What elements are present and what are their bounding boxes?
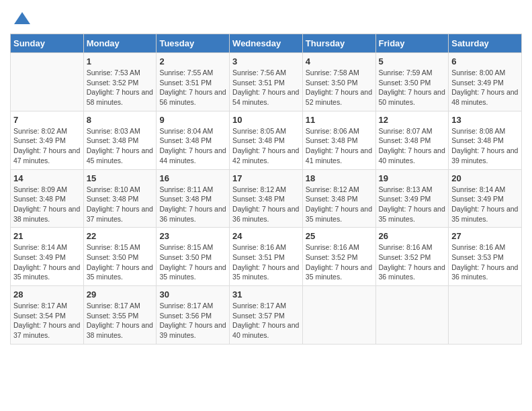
day-number: 3: [232, 56, 300, 66]
calendar-cell: 18Sunrise: 8:12 AM Sunset: 3:48 PM Dayli…: [302, 169, 375, 228]
logo-icon: [13, 9, 32, 28]
day-info: Sunrise: 8:08 AM Sunset: 3:48 PM Dayligh…: [451, 126, 519, 166]
day-info: Sunrise: 8:04 AM Sunset: 3:48 PM Dayligh…: [159, 126, 226, 166]
calendar-cell: [302, 286, 375, 345]
day-info: Sunrise: 8:03 AM Sunset: 3:48 PM Dayligh…: [87, 126, 154, 166]
calendar-cell: 7Sunrise: 8:02 AM Sunset: 3:49 PM Daylig…: [11, 111, 84, 169]
day-number: 14: [13, 173, 81, 183]
calendar-cell: 6Sunrise: 8:00 AM Sunset: 3:49 PM Daylig…: [449, 53, 522, 111]
calendar-cell: [449, 286, 522, 345]
day-info: Sunrise: 7:55 AM Sunset: 3:51 PM Dayligh…: [159, 68, 226, 107]
day-number: 23: [159, 231, 226, 241]
calendar-cell: 26Sunrise: 8:16 AM Sunset: 3:52 PM Dayli…: [375, 228, 449, 286]
weekday-header: Sunday: [11, 34, 84, 53]
day-number: 5: [379, 56, 446, 66]
day-info: Sunrise: 8:16 AM Sunset: 3:52 PM Dayligh…: [306, 242, 373, 282]
page-header: [10, 7, 522, 28]
day-number: 9: [159, 115, 226, 125]
calendar-week-row: 7Sunrise: 8:02 AM Sunset: 3:49 PM Daylig…: [11, 111, 522, 169]
day-number: 12: [379, 115, 446, 125]
calendar-cell: 16Sunrise: 8:11 AM Sunset: 3:48 PM Dayli…: [157, 169, 230, 228]
day-number: 19: [379, 173, 446, 183]
calendar-cell: 21Sunrise: 8:14 AM Sunset: 3:49 PM Dayli…: [11, 228, 84, 286]
calendar-cell: 1Sunrise: 7:53 AM Sunset: 3:52 PM Daylig…: [83, 53, 157, 111]
weekday-header: Thursday: [302, 34, 375, 53]
weekday-header: Saturday: [449, 34, 522, 53]
day-info: Sunrise: 8:11 AM Sunset: 3:48 PM Dayligh…: [159, 185, 226, 224]
day-info: Sunrise: 8:05 AM Sunset: 3:48 PM Dayligh…: [232, 126, 300, 166]
calendar-cell: 28Sunrise: 8:17 AM Sunset: 3:54 PM Dayli…: [11, 286, 84, 345]
day-number: 29: [87, 289, 154, 300]
calendar-week-row: 28Sunrise: 8:17 AM Sunset: 3:54 PM Dayli…: [11, 286, 522, 345]
calendar-table: SundayMondayTuesdayWednesdayThursdayFrid…: [10, 34, 522, 345]
day-number: 4: [306, 56, 373, 66]
calendar-cell: 27Sunrise: 8:16 AM Sunset: 3:53 PM Dayli…: [449, 228, 522, 286]
day-info: Sunrise: 8:10 AM Sunset: 3:48 PM Dayligh…: [87, 185, 154, 224]
calendar-cell: 22Sunrise: 8:15 AM Sunset: 3:50 PM Dayli…: [83, 228, 157, 286]
weekday-header: Monday: [83, 34, 157, 53]
calendar-cell: 8Sunrise: 8:03 AM Sunset: 3:48 PM Daylig…: [83, 111, 157, 169]
day-info: Sunrise: 7:58 AM Sunset: 3:50 PM Dayligh…: [306, 68, 373, 107]
calendar-cell: 30Sunrise: 8:17 AM Sunset: 3:56 PM Dayli…: [157, 286, 230, 345]
calendar-cell: 17Sunrise: 8:12 AM Sunset: 3:48 PM Dayli…: [230, 169, 303, 228]
day-info: Sunrise: 8:16 AM Sunset: 3:52 PM Dayligh…: [379, 242, 446, 282]
day-number: 18: [306, 173, 373, 183]
day-info: Sunrise: 8:02 AM Sunset: 3:49 PM Dayligh…: [13, 126, 81, 166]
calendar-cell: 14Sunrise: 8:09 AM Sunset: 3:48 PM Dayli…: [11, 169, 84, 228]
calendar-cell: 12Sunrise: 8:07 AM Sunset: 3:48 PM Dayli…: [375, 111, 449, 169]
day-info: Sunrise: 8:16 AM Sunset: 3:51 PM Dayligh…: [232, 242, 300, 282]
logo: [10, 9, 32, 28]
day-info: Sunrise: 8:00 AM Sunset: 3:49 PM Dayligh…: [451, 68, 519, 107]
calendar-cell: 2Sunrise: 7:55 AM Sunset: 3:51 PM Daylig…: [157, 53, 230, 111]
weekday-header: Friday: [375, 34, 449, 53]
day-number: 15: [87, 173, 154, 183]
day-number: 30: [159, 289, 226, 300]
calendar-cell: [375, 286, 449, 345]
calendar-cell: 13Sunrise: 8:08 AM Sunset: 3:48 PM Dayli…: [449, 111, 522, 169]
day-info: Sunrise: 8:17 AM Sunset: 3:56 PM Dayligh…: [159, 301, 226, 340]
weekday-header: Wednesday: [230, 34, 303, 53]
day-number: 25: [306, 231, 373, 241]
day-number: 22: [87, 231, 154, 241]
calendar-cell: 9Sunrise: 8:04 AM Sunset: 3:48 PM Daylig…: [157, 111, 230, 169]
calendar-cell: 3Sunrise: 7:56 AM Sunset: 3:51 PM Daylig…: [230, 53, 303, 111]
day-info: Sunrise: 7:59 AM Sunset: 3:50 PM Dayligh…: [379, 68, 446, 107]
day-info: Sunrise: 8:16 AM Sunset: 3:53 PM Dayligh…: [451, 242, 519, 282]
day-info: Sunrise: 8:14 AM Sunset: 3:49 PM Dayligh…: [451, 185, 519, 224]
day-info: Sunrise: 8:07 AM Sunset: 3:48 PM Dayligh…: [379, 126, 446, 166]
day-info: Sunrise: 7:53 AM Sunset: 3:52 PM Dayligh…: [87, 68, 154, 107]
day-info: Sunrise: 8:06 AM Sunset: 3:48 PM Dayligh…: [306, 126, 373, 166]
calendar-cell: 5Sunrise: 7:59 AM Sunset: 3:50 PM Daylig…: [375, 53, 449, 111]
calendar-cell: 23Sunrise: 8:15 AM Sunset: 3:50 PM Dayli…: [157, 228, 230, 286]
day-info: Sunrise: 7:56 AM Sunset: 3:51 PM Dayligh…: [232, 68, 300, 107]
day-info: Sunrise: 8:12 AM Sunset: 3:48 PM Dayligh…: [232, 185, 300, 224]
day-number: 1: [87, 56, 154, 66]
header-row: SundayMondayTuesdayWednesdayThursdayFrid…: [11, 34, 522, 53]
calendar-cell: 4Sunrise: 7:58 AM Sunset: 3:50 PM Daylig…: [302, 53, 375, 111]
day-number: 26: [379, 231, 446, 241]
day-number: 16: [159, 173, 226, 183]
day-info: Sunrise: 8:14 AM Sunset: 3:49 PM Dayligh…: [13, 242, 81, 282]
day-number: 21: [13, 231, 81, 241]
day-number: 8: [87, 115, 154, 125]
calendar-cell: 29Sunrise: 8:17 AM Sunset: 3:55 PM Dayli…: [83, 286, 157, 345]
day-info: Sunrise: 8:15 AM Sunset: 3:50 PM Dayligh…: [159, 242, 226, 282]
day-info: Sunrise: 8:09 AM Sunset: 3:48 PM Dayligh…: [13, 185, 81, 224]
day-number: 10: [232, 115, 300, 125]
day-number: 2: [159, 56, 226, 66]
day-info: Sunrise: 8:15 AM Sunset: 3:50 PM Dayligh…: [87, 242, 154, 282]
weekday-header: Tuesday: [157, 34, 230, 53]
calendar-cell: 10Sunrise: 8:05 AM Sunset: 3:48 PM Dayli…: [230, 111, 303, 169]
day-info: Sunrise: 8:13 AM Sunset: 3:49 PM Dayligh…: [379, 185, 446, 224]
calendar-week-row: 21Sunrise: 8:14 AM Sunset: 3:49 PM Dayli…: [11, 228, 522, 286]
day-info: Sunrise: 8:12 AM Sunset: 3:48 PM Dayligh…: [306, 185, 373, 224]
calendar-cell: 20Sunrise: 8:14 AM Sunset: 3:49 PM Dayli…: [449, 169, 522, 228]
day-number: 27: [451, 231, 519, 241]
day-number: 28: [13, 289, 81, 300]
day-number: 24: [232, 231, 300, 241]
day-number: 31: [232, 289, 300, 300]
calendar-cell: 19Sunrise: 8:13 AM Sunset: 3:49 PM Dayli…: [375, 169, 449, 228]
day-number: 20: [451, 173, 519, 183]
svg-marker-0: [14, 12, 30, 24]
calendar-cell: [11, 53, 84, 111]
